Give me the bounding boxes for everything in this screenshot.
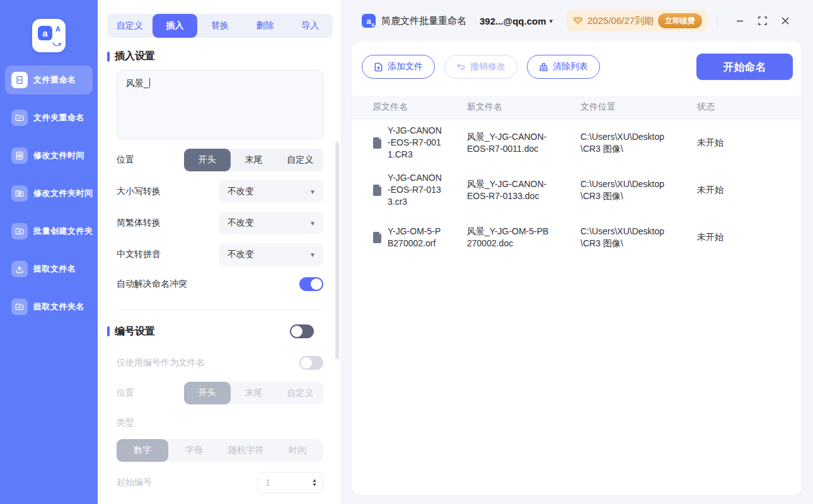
sidebar-item-file-time[interactable]: 修改文件时间: [5, 141, 93, 170]
pinyin-label: 中文转拼音: [117, 249, 161, 260]
status-badge: 未开始: [697, 184, 802, 196]
add-files-button[interactable]: 添加文件: [362, 55, 435, 79]
only-number-toggle[interactable]: [299, 356, 323, 370]
table-header: 原文件名 新文件名 文件位置 状态: [352, 96, 802, 119]
settings-panel: 自定义 插入 替换 删除 导入 插入设置 风景_ 位置 开头 末尾 自定义: [98, 0, 340, 504]
only-number-label: 仅使用编号作为文件名: [117, 357, 205, 369]
vip-gem-icon: [573, 16, 583, 25]
position-option-custom[interactable]: 自定义: [277, 149, 323, 171]
stepper-down-icon: ▼: [312, 483, 317, 487]
minimize-icon: [735, 16, 744, 25]
insert-settings-title: 插入设置: [107, 50, 331, 63]
number-type-label: 类型: [117, 417, 134, 427]
type-option-random[interactable]: 随机字符: [220, 439, 272, 462]
position-label: 位置: [117, 154, 134, 166]
panel-scrollbar[interactable]: [335, 142, 339, 359]
insert-text-input[interactable]: 风景_: [117, 70, 323, 139]
simplified-traditional-select[interactable]: 不改变 ▼: [219, 212, 323, 234]
simplified-traditional-label: 简繁体转换: [117, 217, 161, 229]
extract-folder-icon: [11, 299, 28, 315]
table-row[interactable]: Y-JG-CANON-EOS-R7-0011.CR3 风景_Y-JG-CANON…: [352, 119, 802, 166]
number-position-start[interactable]: 开头: [184, 382, 231, 404]
sidebar-item-folder-time[interactable]: 修改文件夹时间: [5, 179, 93, 208]
maximize-button[interactable]: [753, 11, 772, 30]
type-option-time[interactable]: 时间: [272, 439, 323, 462]
type-option-letters[interactable]: 字母: [168, 439, 220, 462]
account-dropdown[interactable]: 392...@qq.com ▾: [480, 16, 553, 26]
logo-a-glyph: a: [38, 26, 52, 40]
tab-delete[interactable]: 删除: [243, 14, 288, 38]
undo-icon: [456, 62, 466, 72]
section-bar: [107, 52, 110, 62]
original-filename: Y-JG-OM-5-PB270002.orf: [388, 226, 444, 249]
type-option-digits[interactable]: 数字: [117, 439, 168, 462]
tab-replace[interactable]: 替换: [197, 14, 243, 38]
sidebar-item-folder-rename[interactable]: 文件夹重命名: [5, 103, 93, 132]
file-list-card: 添加文件 撤销修改 清除列表 开始命名 原文件名 新文件名 文件位置 状态 Y-…: [352, 42, 802, 495]
sidebar-item-extract-foldername[interactable]: 提取文件夹名: [5, 292, 93, 321]
titlebar: aA 简鹿文件批量重命名 392...@qq.com ▾ 2025/06/27到…: [340, 0, 813, 42]
status-badge: 未开始: [697, 231, 802, 243]
add-file-icon: [374, 62, 383, 72]
chevron-down-icon: ▼: [309, 188, 316, 195]
tab-custom[interactable]: 自定义: [107, 14, 153, 38]
file-location: C:\Users\XU\Desktop\CR3 图像\: [580, 131, 666, 155]
renew-button[interactable]: 立即续费: [658, 13, 702, 28]
start-number-input[interactable]: 1 ▲▼: [257, 472, 323, 493]
case-convert-select[interactable]: 不改变 ▼: [219, 180, 323, 203]
undo-changes-button[interactable]: 撤销修改: [444, 55, 517, 79]
document-icon: [372, 137, 382, 149]
app-logo: a A: [32, 19, 66, 52]
titlebar-separator: [717, 15, 718, 26]
status-badge: 未开始: [697, 137, 802, 149]
position-option-end[interactable]: 末尾: [231, 149, 277, 171]
number-stepper[interactable]: ▲▼: [312, 478, 317, 487]
table-row[interactable]: Y-JG-OM-5-PB270002.orf 风景_Y-JG-OM-5-PB27…: [352, 214, 802, 261]
case-convert-label: 大小写转换: [117, 186, 161, 197]
app-icon: aA: [362, 14, 376, 28]
conflict-label: 自动解决命名冲突: [117, 278, 187, 290]
chevron-down-icon: ▾: [550, 17, 553, 25]
number-position-custom[interactable]: 自定义: [277, 382, 323, 404]
new-filename: 风景_Y-JG-CANON-EOS-R7-0011.doc: [467, 131, 551, 155]
extract-file-icon: [11, 261, 28, 277]
file-rename-icon: [11, 72, 28, 88]
number-position-segmented: 开头 末尾 自定义: [184, 382, 323, 404]
sidebar-item-extract-filename[interactable]: 提取文件名: [5, 255, 93, 284]
sidebar-item-file-rename[interactable]: 文件重命名: [5, 66, 93, 94]
file-time-icon: [11, 147, 28, 164]
file-location: C:\Users\XU\Desktop\CR3 图像\: [580, 226, 666, 249]
logo-A-glyph: A: [55, 25, 61, 33]
chevron-down-icon: ▼: [309, 251, 316, 258]
folder-plus-icon: [11, 223, 28, 239]
account-email: 392...@qq.com: [480, 16, 546, 26]
minimize-button[interactable]: [730, 11, 749, 30]
pinyin-select[interactable]: 不改变 ▼: [219, 243, 323, 266]
number-position-end[interactable]: 末尾: [231, 382, 277, 404]
header-new-name: 新文件名: [467, 101, 580, 113]
license-expiry: 2025/06/27到期: [587, 15, 654, 27]
start-rename-button[interactable]: 开始命名: [696, 54, 793, 80]
clear-list-button[interactable]: 清除列表: [527, 55, 600, 79]
new-filename: 风景_Y-JG-OM-5-PB270002.doc: [467, 226, 551, 249]
document-icon: [372, 185, 382, 196]
conflict-toggle[interactable]: [299, 277, 323, 291]
sidebar-item-batch-create-folder[interactable]: 批量创建文件夹: [5, 217, 93, 246]
position-segmented: 开头 末尾 自定义: [184, 149, 323, 171]
numbering-toggle[interactable]: [290, 324, 314, 338]
table-row[interactable]: Y-JG-CANON-EOS-R7-0133.cr3 风景_Y-JG-CANON…: [352, 166, 802, 214]
sidebar: a A 文件重命名 文件夹重命名 修改文件时间 修改文件夹时间: [0, 0, 98, 504]
tab-import[interactable]: 导入: [287, 14, 333, 38]
clear-list-icon: [539, 62, 548, 72]
tab-insert[interactable]: 插入: [153, 14, 198, 38]
folder-time-icon: [11, 185, 28, 202]
sidebar-nav: 文件重命名 文件夹重命名 修改文件时间 修改文件夹时间 批量创建文件夹: [0, 66, 98, 330]
document-icon: [372, 232, 382, 243]
chevron-down-icon: ▼: [309, 220, 316, 227]
close-button[interactable]: [776, 11, 795, 30]
header-location: 文件位置: [580, 101, 697, 113]
position-option-start[interactable]: 开头: [184, 149, 231, 171]
insert-text-value: 风景_: [126, 78, 149, 88]
numbering-settings-title: 编号设置: [107, 324, 331, 338]
text-caret: [149, 78, 150, 88]
